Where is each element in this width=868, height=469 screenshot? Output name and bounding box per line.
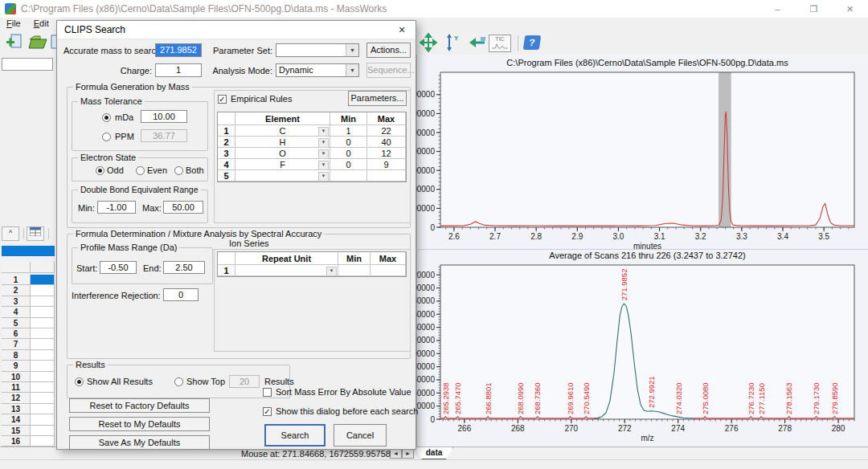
open-folder-icon[interactable] <box>27 33 48 52</box>
row-number-cell[interactable]: 2 <box>218 137 235 148</box>
table-row[interactable] <box>31 296 55 307</box>
undo-zoom-icon[interactable] <box>468 33 487 52</box>
row-header[interactable]: 1 <box>2 275 31 285</box>
chevron-down-icon[interactable]: ▼ <box>318 149 329 159</box>
sort-mass-error-checkbox[interactable] <box>263 388 272 397</box>
dialog-title-bar[interactable]: CLIPS Search ✕ <box>57 21 416 39</box>
spectrum-chart[interactable]: Average of Scans 216 thru 226 (3.2437 to… <box>416 249 868 447</box>
table-row[interactable] <box>31 404 55 414</box>
row-header[interactable]: 11 <box>2 382 31 393</box>
ppm-radio[interactable] <box>102 133 111 141</box>
column-header[interactable] <box>2 262 31 273</box>
show-all-results-radio[interactable] <box>75 377 84 386</box>
table-row[interactable] <box>31 318 55 328</box>
table-cell[interactable]: 22 <box>367 125 406 137</box>
row-number-cell[interactable]: 3 <box>218 148 235 159</box>
autoscale-y-icon[interactable]: Y <box>444 33 461 52</box>
table-row[interactable] <box>31 414 55 425</box>
selection-header[interactable] <box>2 246 55 256</box>
table-cell[interactable]: ▼ <box>235 170 330 181</box>
chevron-down-icon[interactable]: ▼ <box>318 138 329 148</box>
column-header[interactable] <box>31 262 55 273</box>
row-number-cell[interactable]: 4 <box>218 159 235 170</box>
table-cell[interactable]: 1 <box>330 125 367 137</box>
parameters-button[interactable]: Parameters... <box>348 91 407 106</box>
row-header[interactable]: 6 <box>2 328 31 339</box>
dialog-close-icon[interactable]: ✕ <box>395 23 409 36</box>
pan-icon[interactable] <box>420 33 437 52</box>
chevron-down-icon[interactable]: ▼ <box>318 172 329 181</box>
actions-button[interactable]: Actions... <box>366 43 411 58</box>
row-number-cell[interactable]: 5 <box>218 170 235 181</box>
chevron-down-icon[interactable]: ▼ <box>326 267 337 276</box>
chromatogram-chart[interactable]: C:\Program Files (x86)\Cerno\Data\Sample… <box>416 56 868 251</box>
show-top-radio[interactable] <box>174 377 183 386</box>
table-row[interactable] <box>31 275 55 285</box>
ion-series-table[interactable]: Repeat UnitMinMax1▼ <box>217 251 407 277</box>
table-cell[interactable] <box>371 265 406 276</box>
charge-input[interactable]: 1 <box>155 63 202 77</box>
row-header[interactable]: 2 <box>2 285 31 296</box>
menu-file[interactable]: File <box>0 18 27 31</box>
table-cell[interactable] <box>338 265 371 276</box>
table-cell[interactable]: 0 <box>330 159 367 170</box>
start-input[interactable]: -0.50 <box>100 261 137 274</box>
row-header[interactable]: 8 <box>2 350 31 361</box>
save-my-defaults-button[interactable]: Save As My Defaults <box>69 435 210 450</box>
row-header[interactable]: 13 <box>2 404 31 414</box>
row-header[interactable]: 10 <box>2 372 31 382</box>
chevron-down-icon[interactable]: ▼ <box>346 64 358 76</box>
mda-input[interactable]: 10.00 <box>141 110 187 123</box>
empirical-rules-checkbox[interactable]: ✓ <box>218 95 227 104</box>
element-table[interactable]: ElementMinMax1C▼1222H▼0403O▼0124F▼095▼ <box>217 112 407 182</box>
table-cell[interactable]: 0 <box>330 137 367 148</box>
cancel-button[interactable]: Cancel <box>334 424 387 447</box>
table-icon[interactable] <box>27 226 44 241</box>
minimize-button[interactable]: – <box>760 0 796 18</box>
row-header[interactable]: 15 <box>2 426 31 436</box>
table-cell[interactable]: H▼ <box>235 137 330 148</box>
analysis-mode-dropdown[interactable]: Dynamic ▼ <box>276 63 359 77</box>
even-radio[interactable] <box>136 166 145 175</box>
row-number-cell[interactable]: 1 <box>218 265 235 276</box>
row-header[interactable]: 7 <box>2 339 31 349</box>
chevron-down-icon[interactable]: ▼ <box>318 127 329 137</box>
accurate-mass-input[interactable]: 271.9852 <box>155 43 202 57</box>
chevron-down-icon[interactable]: ▼ <box>318 161 329 170</box>
table-cell[interactable]: C▼ <box>235 125 330 137</box>
new-document-icon[interactable] <box>5 33 24 52</box>
close-button[interactable]: ✕ <box>832 0 868 18</box>
tic-icon[interactable]: TIC <box>489 35 511 52</box>
table-cell[interactable]: 9 <box>367 159 406 170</box>
search-button[interactable]: Search <box>264 424 326 447</box>
table-cell[interactable]: 0 <box>330 148 367 159</box>
formula-bar-input[interactable] <box>2 58 53 71</box>
end-input[interactable]: 2.50 <box>163 261 205 274</box>
row-header[interactable]: 5 <box>2 318 31 328</box>
reset-my-defaults-button[interactable]: Reset to My Defaults <box>69 417 210 431</box>
table-row[interactable] <box>31 436 55 447</box>
collapse-button[interactable]: ^ <box>2 226 19 241</box>
table-row[interactable] <box>31 285 55 296</box>
maximize-button[interactable]: ❐ <box>796 0 832 18</box>
table-row[interactable] <box>31 339 55 349</box>
table-row[interactable] <box>31 328 55 339</box>
menu-edit[interactable]: Edit <box>27 18 55 31</box>
table-cell[interactable]: O▼ <box>235 148 330 159</box>
row-header[interactable]: 14 <box>2 414 31 425</box>
table-row[interactable] <box>31 372 55 382</box>
table-row[interactable] <box>31 426 55 436</box>
table-cell[interactable] <box>330 170 367 181</box>
row-header[interactable]: 12 <box>2 393 31 403</box>
mda-radio[interactable] <box>102 113 111 122</box>
show-dialog-checkbox[interactable]: ✓ <box>263 407 272 416</box>
table-row[interactable] <box>31 361 55 371</box>
table-cell[interactable]: 40 <box>367 137 406 148</box>
table-row[interactable] <box>31 350 55 361</box>
table-cell[interactable]: ▼ <box>235 265 338 276</box>
help-icon[interactable]: ? <box>523 35 542 50</box>
parameter-set-dropdown[interactable]: ▼ <box>276 43 359 57</box>
table-row[interactable] <box>31 393 55 403</box>
both-radio[interactable] <box>174 166 183 175</box>
odd-radio[interactable] <box>96 166 104 175</box>
